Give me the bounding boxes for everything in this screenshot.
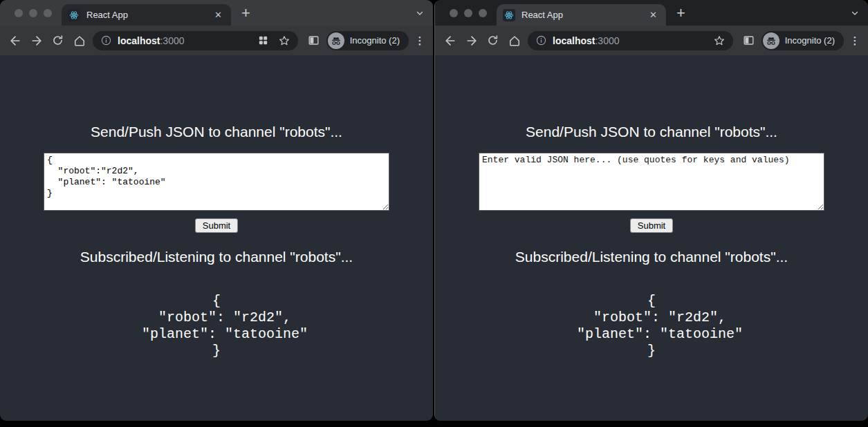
- reload-button[interactable]: [47, 30, 68, 51]
- toolbar: localhost :3000 Incognito (2) ⋮: [435, 26, 868, 55]
- tab-strip: React App ✕ +: [0, 0, 433, 26]
- tab-react-app[interactable]: React App ✕: [497, 4, 666, 26]
- zoom-window-button[interactable]: [479, 9, 487, 17]
- received-json: { "robot": "r2d2", "planet": "tatooine" …: [0, 293, 433, 359]
- site-info-icon[interactable]: [100, 35, 112, 46]
- incognito-badge: Incognito (2): [326, 31, 409, 50]
- close-window-button[interactable]: [15, 9, 23, 17]
- tab-search-chevron-icon[interactable]: [850, 8, 860, 18]
- tab-strip: React App ✕ +: [435, 0, 868, 26]
- submit-row: Submit: [435, 218, 868, 233]
- submit-button[interactable]: Submit: [630, 218, 673, 233]
- desktop: React App ✕ +: [0, 0, 868, 427]
- listen-heading: Subscribed/Listening to channel "robots"…: [435, 249, 868, 265]
- minimize-window-button[interactable]: [29, 9, 37, 17]
- address-bar[interactable]: localhost :3000: [93, 31, 298, 50]
- home-button[interactable]: [68, 30, 90, 51]
- tab-react-app[interactable]: React App ✕: [62, 4, 231, 26]
- incognito-badge: Incognito (2): [761, 31, 844, 50]
- submit-button[interactable]: Submit: [195, 218, 238, 233]
- received-json: { "robot": "r2d2", "planet": "tatooine" …: [435, 293, 868, 359]
- url-host: localhost: [553, 35, 595, 46]
- side-panel-icon[interactable]: [738, 30, 759, 51]
- send-heading: Send/Push JSON to channel "robots"...: [435, 124, 868, 140]
- zoom-window-button[interactable]: [44, 9, 52, 17]
- new-tab-button[interactable]: +: [241, 6, 250, 20]
- forward-button[interactable]: [26, 30, 47, 51]
- menu-dots-icon[interactable]: ⋮: [847, 35, 862, 47]
- submit-row: Submit: [0, 218, 433, 233]
- incognito-label: Incognito (2): [350, 35, 400, 46]
- url-host: localhost: [118, 35, 160, 46]
- side-panel-icon[interactable]: [303, 30, 324, 51]
- forward-button[interactable]: [461, 30, 482, 51]
- browser-window-right: React App ✕ +: [434, 0, 868, 421]
- site-info-icon[interactable]: [535, 35, 547, 46]
- incognito-label: Incognito (2): [785, 35, 835, 46]
- bookmark-star-icon[interactable]: [278, 35, 290, 47]
- send-heading: Send/Push JSON to channel "robots"...: [0, 124, 433, 140]
- close-tab-icon[interactable]: ✕: [647, 9, 660, 21]
- close-tab-icon[interactable]: ✕: [212, 9, 225, 21]
- toolbar: localhost :3000 Incognito (2) ⋮: [0, 26, 433, 55]
- tab-title: React App: [521, 10, 647, 20]
- menu-dots-icon[interactable]: ⋮: [412, 35, 427, 47]
- back-button[interactable]: [4, 30, 26, 51]
- browser-window-left: React App ✕ +: [0, 0, 433, 421]
- address-bar[interactable]: localhost :3000: [528, 31, 733, 50]
- json-input[interactable]: { "robot":"r2d2", "planet": "tatooine" }: [44, 153, 389, 211]
- home-button[interactable]: [504, 30, 525, 51]
- url-port: :3000: [160, 35, 184, 46]
- tab-search-chevron-icon[interactable]: [415, 8, 425, 18]
- tab-title: React App: [86, 10, 212, 20]
- react-logo-icon: [68, 9, 80, 21]
- close-window-button[interactable]: [450, 9, 458, 17]
- extension-grid-icon[interactable]: [257, 35, 269, 46]
- back-button[interactable]: [439, 30, 461, 51]
- reload-button[interactable]: [482, 30, 504, 51]
- traffic-lights: [15, 9, 52, 17]
- bookmark-star-icon[interactable]: [713, 35, 726, 47]
- listen-heading: Subscribed/Listening to channel "robots"…: [0, 249, 433, 265]
- json-input[interactable]: [479, 153, 824, 211]
- page-content: Send/Push JSON to channel "robots"... { …: [0, 55, 433, 421]
- minimize-window-button[interactable]: [464, 9, 472, 17]
- incognito-icon: [328, 32, 344, 49]
- traffic-lights: [450, 9, 487, 17]
- page-content: Send/Push JSON to channel "robots"... Su…: [435, 55, 868, 421]
- new-tab-button[interactable]: +: [676, 6, 685, 20]
- url-port: :3000: [595, 35, 619, 46]
- react-logo-icon: [503, 9, 515, 21]
- incognito-icon: [763, 32, 779, 49]
